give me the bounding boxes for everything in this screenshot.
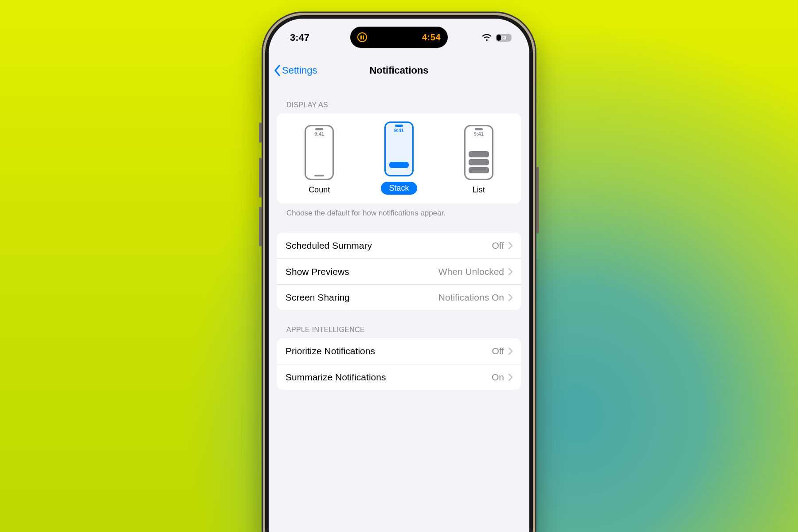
chevron-right-icon	[509, 242, 512, 249]
row-scheduled-summary[interactable]: Scheduled Summary Off	[277, 233, 521, 258]
display-option-list[interactable]: 9:41 List	[464, 125, 493, 195]
row-value: Notifications On	[438, 292, 504, 303]
row-label: Screen Sharing	[286, 292, 350, 303]
back-button[interactable]: Settings	[274, 65, 317, 76]
preview-count-icon: 9:41	[305, 125, 334, 180]
phone-button-power	[536, 167, 539, 233]
battery-level: 30	[496, 35, 512, 40]
dynamic-island[interactable]: 4:54	[350, 27, 448, 48]
display-as-card: 9:41 Count 9:41	[277, 113, 521, 203]
row-value: Off	[492, 346, 504, 356]
apple-intelligence-card: Prioritize Notifications Off Summarize N…	[277, 338, 521, 390]
chevron-right-icon	[509, 348, 512, 355]
section-header-display-as: Display As	[277, 85, 521, 113]
preview-time: 9:41	[394, 128, 404, 133]
island-timer: 4:54	[422, 32, 441, 43]
display-option-count[interactable]: 9:41 Count	[305, 125, 334, 195]
preview-time: 9:41	[314, 131, 324, 137]
battery-icon: 30	[496, 34, 512, 42]
row-label: Summarize Notifications	[286, 372, 386, 383]
chevron-right-icon	[509, 374, 512, 381]
display-as-picker: 9:41 Count 9:41	[277, 113, 521, 203]
row-label: Prioritize Notifications	[286, 346, 375, 356]
chevron-right-icon	[509, 294, 512, 301]
row-label: Scheduled Summary	[286, 240, 372, 251]
row-summarize-notifications[interactable]: Summarize Notifications On	[277, 364, 521, 390]
pause-icon	[357, 32, 367, 42]
status-time: 3:47	[290, 32, 309, 43]
chevron-left-icon	[274, 65, 281, 76]
phone-frame: 3:47 30 4:54	[262, 12, 536, 532]
row-prioritize-notifications[interactable]: Prioritize Notifications Off	[277, 338, 521, 364]
navigation-bar: Settings Notifications	[269, 59, 529, 82]
display-option-count-label: Count	[309, 185, 330, 195]
row-show-previews[interactable]: Show Previews When Unlocked	[277, 258, 521, 284]
back-label: Settings	[282, 65, 317, 76]
display-option-stack[interactable]: 9:41 Stack	[381, 121, 417, 195]
preview-list-icon: 9:41	[464, 125, 493, 180]
chevron-right-icon	[509, 268, 512, 275]
row-value: On	[492, 372, 504, 383]
preview-time: 9:41	[474, 131, 484, 137]
section-header-apple-intelligence: Apple Intelligence	[277, 310, 521, 338]
wifi-icon	[482, 34, 492, 41]
phone-screen: 3:47 30 4:54	[269, 19, 529, 532]
section-footer-display-as: Choose the default for how notifications…	[277, 203, 521, 218]
preview-stack-icon: 9:41	[384, 121, 414, 176]
row-screen-sharing[interactable]: Screen Sharing Notifications On	[277, 284, 521, 310]
row-label: Show Previews	[286, 266, 349, 277]
row-value: When Unlocked	[438, 266, 504, 277]
settings-content[interactable]: Display As 9:41 Count	[269, 85, 529, 532]
display-option-stack-label: Stack	[381, 182, 417, 195]
iphone-mockup: 3:47 30 4:54	[262, 12, 536, 532]
row-value: Off	[492, 240, 504, 251]
display-option-list-label: List	[473, 185, 485, 195]
general-settings-card: Scheduled Summary Off Show Previews When…	[277, 233, 521, 310]
